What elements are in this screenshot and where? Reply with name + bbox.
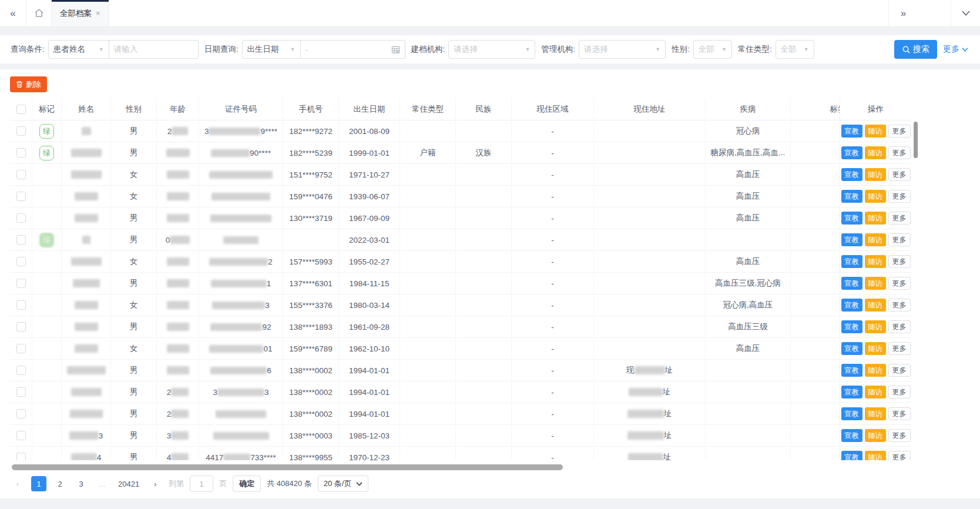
follow-up-button[interactable]: 随访 [865, 277, 886, 290]
home-tab[interactable] [26, 0, 52, 26]
educate-button[interactable]: 宣教 [841, 451, 862, 460]
more-actions-button[interactable]: 更多 [888, 429, 911, 442]
more-actions-button[interactable]: 更多 [888, 364, 911, 377]
close-icon[interactable]: × [96, 9, 100, 18]
collapse-sidebar-button[interactable]: « [0, 0, 26, 26]
page-button-1[interactable]: 1 [31, 476, 46, 491]
more-actions-button[interactable]: 更多 [888, 146, 911, 159]
row-checkbox[interactable] [16, 279, 26, 288]
table-row: 女 3 155****3376 1980-03-14 - 冠心病,高血压 宣教 … [10, 294, 911, 316]
date-range-input[interactable]: - [301, 40, 405, 59]
follow-up-button[interactable]: 随访 [865, 451, 886, 460]
vertical-scrollbar[interactable] [914, 122, 918, 451]
more-actions-button[interactable]: 更多 [888, 255, 911, 268]
follow-up-button[interactable]: 随访 [865, 429, 886, 442]
row-checkbox[interactable] [16, 235, 26, 245]
educate-button[interactable]: 宣教 [841, 125, 862, 138]
row-checkbox[interactable] [16, 453, 26, 460]
page-button-3[interactable]: 3 [73, 476, 89, 491]
patient-name-input[interactable]: 请输入 [109, 40, 199, 59]
educate-button[interactable]: 宣教 [841, 299, 862, 312]
tab-all-archives[interactable]: 全部档案 × [52, 0, 109, 26]
row-checkbox[interactable] [16, 170, 26, 179]
educate-button[interactable]: 宣教 [841, 168, 862, 181]
follow-up-button[interactable]: 随访 [865, 386, 886, 399]
educate-button[interactable]: 宣教 [841, 320, 862, 333]
date-type-select[interactable]: 出生日期▼ [242, 40, 301, 59]
row-checkbox[interactable] [16, 431, 26, 440]
follow-up-button[interactable]: 随访 [865, 320, 886, 333]
horizontal-scrollbar[interactable] [0, 464, 980, 470]
page-button-20421[interactable]: 20421 [116, 476, 142, 491]
more-actions-button[interactable]: 更多 [888, 320, 911, 333]
more-actions-button[interactable]: 更多 [888, 277, 911, 290]
more-actions-button[interactable]: 更多 [888, 212, 911, 225]
follow-up-button[interactable]: 随访 [865, 146, 886, 159]
vertical-scrollbar-thumb[interactable] [914, 122, 918, 158]
follow-up-button[interactable]: 随访 [865, 255, 886, 268]
select-all-checkbox[interactable] [16, 105, 26, 114]
goto-confirm-button[interactable]: 确定 [233, 475, 261, 492]
follow-up-button[interactable]: 随访 [865, 407, 886, 420]
educate-button[interactable]: 宣教 [841, 255, 862, 268]
more-actions-button[interactable]: 更多 [888, 386, 911, 399]
row-checkbox[interactable] [16, 148, 26, 158]
tab-options-button[interactable] [951, 0, 980, 26]
more-actions-button[interactable]: 更多 [888, 125, 911, 138]
gender-select[interactable]: 全部▼ [693, 40, 732, 59]
residence-type-select[interactable]: 全部▼ [776, 40, 814, 59]
row-checkbox[interactable] [16, 300, 26, 310]
educate-button[interactable]: 宣教 [841, 386, 862, 399]
row-checkbox[interactable] [16, 126, 26, 136]
more-actions-button[interactable]: 更多 [888, 168, 911, 181]
table-row: 女 151****9752 1971-10-27 - 高血压 宣教 随访 更多 [10, 164, 911, 186]
row-checkbox[interactable] [16, 322, 26, 331]
page-size-select[interactable]: 20 条/页 [318, 475, 369, 492]
educate-button[interactable]: 宣教 [841, 429, 862, 442]
more-actions-button[interactable]: 更多 [888, 190, 911, 203]
educate-button[interactable]: 宣教 [841, 277, 862, 290]
educate-button[interactable]: 宣教 [841, 364, 862, 377]
follow-up-button[interactable]: 随访 [865, 125, 886, 138]
more-actions-button[interactable]: 更多 [888, 233, 911, 246]
row-checkbox[interactable] [16, 257, 26, 266]
educate-button[interactable]: 宣教 [841, 212, 862, 225]
query-field-select[interactable]: 患者姓名▼ [48, 40, 109, 59]
educate-button[interactable]: 宣教 [841, 342, 862, 355]
follow-up-button[interactable]: 随访 [865, 342, 886, 355]
filing-org-select[interactable]: 请选择▼ [448, 40, 535, 59]
more-actions-button[interactable]: 更多 [888, 342, 911, 355]
more-filters-link[interactable]: 更多 [943, 44, 968, 55]
follow-up-button[interactable]: 随访 [865, 364, 886, 377]
search-button[interactable]: 搜索 [894, 40, 937, 59]
more-actions-button[interactable]: 更多 [888, 451, 911, 460]
delete-button[interactable]: 删除 [10, 76, 47, 92]
cell-age: 2 [157, 381, 199, 403]
row-checkbox[interactable] [16, 366, 26, 375]
mgmt-org-select[interactable]: 请选择▼ [579, 40, 666, 59]
follow-up-button[interactable]: 随访 [865, 233, 886, 246]
row-checkbox[interactable] [16, 213, 26, 223]
row-checkbox[interactable] [16, 409, 26, 418]
educate-button[interactable]: 宣教 [841, 233, 862, 246]
educate-button[interactable]: 宣教 [841, 407, 862, 420]
page-button-2[interactable]: 2 [52, 476, 68, 491]
green-mark-badge: 绿 [39, 233, 54, 247]
cell-age: 0 [157, 229, 199, 250]
row-checkbox[interactable] [16, 387, 26, 397]
row-checkbox[interactable] [16, 192, 26, 201]
next-page-button[interactable]: › [147, 476, 163, 491]
scroll-tabs-right-button[interactable]: » [888, 0, 918, 26]
goto-page-input[interactable]: 1 [190, 475, 213, 492]
educate-button[interactable]: 宣教 [841, 146, 862, 159]
prev-page-button[interactable]: ‹ [10, 476, 25, 491]
follow-up-button[interactable]: 随访 [865, 299, 886, 312]
horizontal-scrollbar-thumb[interactable] [12, 464, 563, 470]
more-actions-button[interactable]: 更多 [888, 407, 911, 420]
more-actions-button[interactable]: 更多 [888, 299, 911, 312]
row-checkbox[interactable] [16, 344, 26, 353]
follow-up-button[interactable]: 随访 [865, 168, 886, 181]
follow-up-button[interactable]: 随访 [865, 190, 886, 203]
follow-up-button[interactable]: 随访 [865, 212, 886, 225]
educate-button[interactable]: 宣教 [841, 190, 862, 203]
